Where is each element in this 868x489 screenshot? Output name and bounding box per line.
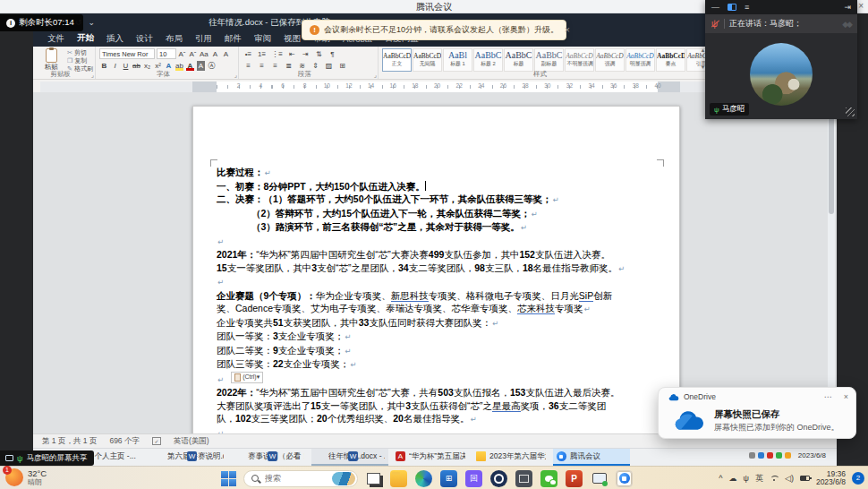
ribbon-tab-5[interactable]: 引用	[190, 31, 217, 47]
onedrive-tray-icon[interactable]: ☁	[729, 474, 737, 483]
word-count[interactable]: 696 个字	[109, 436, 140, 447]
ribbon-tab-1[interactable]: 开始	[72, 30, 99, 48]
increase-indent-button[interactable]: ⇥	[302, 49, 310, 59]
sort-button[interactable]: ⇅	[315, 49, 323, 59]
meeting-taskbar-icon[interactable]	[616, 470, 633, 487]
paste-options-button[interactable]: (Ctrl)▾	[231, 372, 263, 383]
capture-taskbar-icon[interactable]	[515, 470, 532, 487]
document-text[interactable]: 比赛过程：↵一、初赛：8分钟PPT，大约150个队伍进入决赛。二、决赛：（1）答…	[217, 166, 661, 433]
bluedot-taskbar-icon[interactable]	[490, 470, 507, 487]
start-button[interactable]	[221, 471, 236, 486]
meeting-close-icon[interactable]: ×	[858, 1, 864, 11]
qat-dropdown-icon[interactable]: ⌄	[89, 16, 96, 29]
presenter-taskbar-item-4[interactable]: A“华为杯”第五届决...	[392, 449, 469, 466]
search-input[interactable]	[263, 473, 328, 484]
presenter-taskbar-item-3[interactable]: W往年情况.docx - ...	[311, 449, 388, 466]
presenter-taskbar-item-5[interactable]: 2023年第六届华为...	[472, 449, 549, 466]
toast-close-icon[interactable]: ×	[844, 392, 848, 401]
store-taskbar-icon[interactable]: ⊞	[440, 470, 457, 487]
document-scrollbar[interactable]: ▲	[828, 94, 835, 433]
style-3[interactable]: AaBbC标题 2	[473, 48, 503, 72]
style-5[interactable]: AaBbC副标题	[534, 48, 564, 72]
style-4[interactable]: AaBbC标题	[504, 48, 533, 72]
scrollbar-thumb[interactable]	[829, 107, 834, 214]
ruler-number: 2	[237, 82, 241, 89]
minimize-icon[interactable]: —	[711, 0, 719, 14]
onedrive-toast[interactable]: OneDrive ⋯ × 屏幕快照已保存 屏幕快照已添加到你的 OneDrive…	[658, 387, 856, 439]
multilevel-list-button[interactable]: ⋮≡	[271, 49, 283, 59]
battery-icon[interactable]	[800, 476, 810, 481]
clipboard-剪切[interactable]: ✂剪切	[67, 48, 93, 56]
style-1[interactable]: AaBbCcD无间隔	[413, 48, 442, 72]
document-page[interactable]: 比赛过程：↵一、初赛：8分钟PPT，大约150个队伍进入决赛。二、决赛：（1）答…	[192, 106, 680, 433]
presenter-taskbar-item-2[interactable]: W赛事说明（必看！...	[231, 449, 308, 466]
presenter-taskbar-item-1[interactable]: W第六届参赛说明.do...	[150, 449, 227, 466]
purple-taskbar-icon[interactable]: 回	[465, 470, 482, 487]
style-2[interactable]: AaBl标题 1	[443, 48, 472, 72]
participant-video[interactable]: ψ 马彦昭	[705, 33, 857, 119]
change-case-button[interactable]: Aa	[200, 49, 208, 59]
doc-line-16: 2022年：“华为杯”第五届中国研究生创“芯”大赛，共有503支队伍报名，153…	[217, 386, 661, 399]
presenter-taskbar-item-6[interactable]: 腾讯会议	[553, 449, 630, 466]
mic-tray-icon[interactable]: ψ	[744, 474, 749, 483]
grow-font-button[interactable]: Aˆ	[178, 49, 186, 59]
presenter-tray-icon[interactable]	[776, 452, 782, 459]
font-size-select[interactable]: 10	[157, 48, 176, 59]
clock[interactable]: 19:36 2023/6/8	[816, 470, 846, 486]
pilcrow-mark: ↵	[345, 332, 351, 341]
hidden-icons-chevron[interactable]: ^	[719, 474, 722, 483]
taskview-taskbar-icon[interactable]	[365, 470, 382, 487]
shrink-font-button[interactable]: Aˇ	[189, 49, 197, 59]
weather-widget[interactable]: 1 32°C 晴朗	[5, 468, 47, 486]
doc-line-4: （3）路演环节，前三名获得创“芯”之星，其余对于获得一等奖。↵	[217, 220, 661, 235]
screen-share-pill[interactable]: ψ 马彦昭的屏幕共享	[0, 450, 94, 466]
list-icon[interactable]: ≡	[745, 0, 749, 14]
clipboard-复制[interactable]: ❐复制	[67, 56, 93, 64]
paste-button[interactable]: 粘贴	[38, 48, 64, 72]
explorer-taskbar-icon[interactable]	[390, 470, 407, 487]
search-box[interactable]	[243, 470, 358, 487]
wechat-taskbar-icon[interactable]	[540, 470, 557, 487]
ribbon-tab-2[interactable]: 插入	[101, 31, 129, 47]
paragraph-dialog-launcher[interactable]: ⌟	[374, 72, 377, 79]
notification-badge[interactable]: 2	[852, 472, 864, 485]
page-indicator[interactable]: 第 1 页，共 1 页	[42, 436, 97, 447]
ribbon-tab-0[interactable]: 文件	[42, 31, 70, 47]
presenter-tray-icon[interactable]	[767, 452, 773, 459]
wifi-icon[interactable]	[770, 476, 779, 482]
language-indicator[interactable]: 英语(美国)	[174, 436, 209, 447]
char-border-button[interactable]: A	[222, 49, 230, 59]
volume-icon[interactable]: ◁)	[785, 474, 794, 483]
powerpoint-taskbar-icon[interactable]: P	[566, 470, 583, 487]
layout-icon[interactable]	[728, 4, 736, 11]
word-icon: W	[187, 451, 197, 461]
font-dialog-launcher[interactable]: ⌟	[234, 72, 237, 79]
font-name-select[interactable]: Times New Ror	[99, 48, 155, 59]
resize-handle[interactable]	[846, 107, 855, 116]
presenter-tray-icon[interactable]	[758, 452, 764, 459]
bullets-button[interactable]: •≡	[244, 49, 252, 59]
ribbon-tab-4[interactable]: 布局	[160, 31, 188, 47]
style-6[interactable]: AaBbCcD不明显强调	[565, 48, 594, 72]
screenshare-taskbar-icon[interactable]	[591, 470, 608, 487]
input-language[interactable]: 英	[755, 473, 763, 485]
phonetic-guide-button[interactable]: A	[211, 49, 219, 59]
show-marks-button[interactable]: ¶	[328, 49, 336, 59]
ribbon-tab-3[interactable]: 设计	[131, 31, 158, 47]
decrease-indent-button[interactable]: ⇤	[288, 49, 296, 59]
ribbon-tab-7[interactable]: 审阅	[249, 31, 277, 47]
style-7[interactable]: AaBbCcD强调	[595, 48, 625, 72]
edge-taskbar-icon[interactable]	[415, 470, 432, 487]
numbering-button[interactable]: 1≡	[258, 49, 266, 59]
toast-more-icon[interactable]: ⋯	[824, 392, 832, 401]
style-8[interactable]: AaBbCcD明显强调	[625, 48, 655, 72]
clipboard-dialog-launcher[interactable]: ⌟	[91, 72, 94, 79]
style-9[interactable]: AaBbCcD要点	[656, 48, 685, 72]
ribbon-tab-6[interactable]: 邮件	[219, 31, 247, 47]
presenter-tray-icon[interactable]	[785, 452, 791, 459]
style-0[interactable]: AaBbCcD正文	[382, 48, 412, 72]
exit-fullscreen-icon[interactable]: ⇥	[844, 0, 851, 14]
proofing-icon[interactable]: ✓	[152, 437, 161, 445]
banner-close-icon[interactable]: ×	[565, 25, 570, 35]
presenter-tray-icon[interactable]	[749, 452, 755, 459]
